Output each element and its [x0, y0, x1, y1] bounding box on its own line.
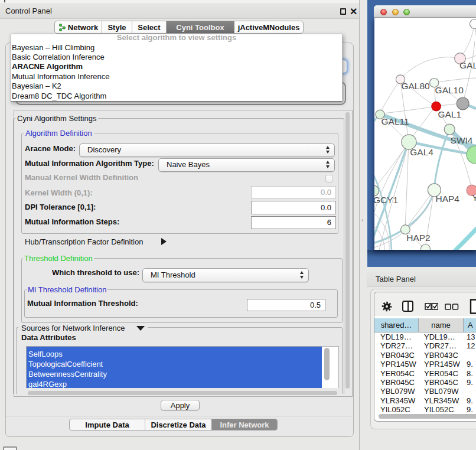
svg-text:YEL: YEL	[472, 193, 476, 203]
svg-text:GAL10: GAL10	[435, 85, 464, 95]
svg-text:HAP4: HAP4	[436, 194, 460, 204]
svg-text:GCY1: GCY1	[374, 195, 398, 205]
svg-text:GAL1: GAL1	[438, 109, 461, 119]
svg-text:GAL7: GAL7	[459, 60, 476, 70]
svg-text:GAL11: GAL11	[382, 116, 409, 126]
svg-text:GAL4: GAL4	[410, 147, 433, 157]
svg-text:HAP2: HAP2	[406, 233, 431, 243]
svg-text:SWI4: SWI4	[451, 135, 473, 145]
svg-text:GAL80: GAL80	[401, 81, 430, 91]
